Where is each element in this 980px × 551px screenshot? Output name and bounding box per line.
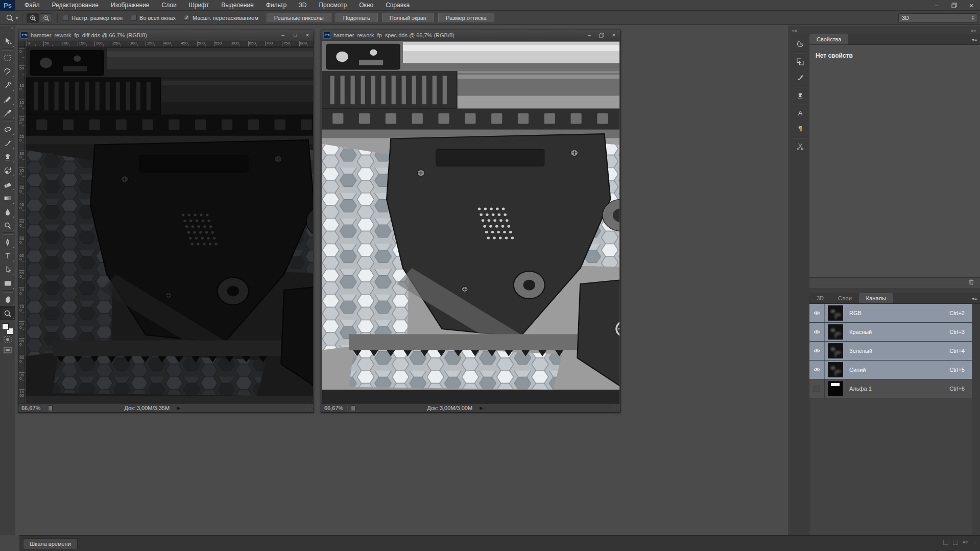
- zoom-percentage-field[interactable]: 66,67%: [21, 405, 40, 411]
- rectangle-tool[interactable]: [0, 276, 15, 290]
- menu-item[interactable]: Фильтр: [260, 0, 293, 11]
- zoom-out-button[interactable]: [40, 13, 52, 23]
- doc-close-icon[interactable]: ×: [608, 31, 620, 39]
- doc-close-icon[interactable]: ×: [301, 31, 314, 39]
- option-button[interactable]: Подогнать: [336, 13, 378, 23]
- eraser-tool[interactable]: [0, 177, 15, 191]
- trash-icon[interactable]: [968, 278, 975, 288]
- restore-icon[interactable]: [945, 0, 963, 11]
- channel-row[interactable]: RGB Ctrl+2: [809, 304, 972, 323]
- menu-item[interactable]: Просмотр: [313, 0, 353, 11]
- history-brush-tool[interactable]: [0, 163, 15, 177]
- clone-source-panel-icon[interactable]: [791, 54, 809, 69]
- menu-item[interactable]: Шрифт: [183, 0, 215, 11]
- visibility-toggle[interactable]: [809, 361, 825, 379]
- doc-restore-icon[interactable]: [595, 31, 608, 39]
- visibility-toggle[interactable]: [809, 323, 825, 341]
- expand-toolbar-icon[interactable]: »: [0, 26, 15, 32]
- zoom-tool[interactable]: [0, 306, 15, 320]
- pen-tool[interactable]: [0, 235, 15, 249]
- timeline-option-icon[interactable]: [943, 540, 948, 545]
- tab-channels[interactable]: Каналы: [859, 293, 893, 303]
- doc-minimize-icon[interactable]: –: [277, 31, 289, 39]
- lasso-tool[interactable]: [0, 64, 15, 78]
- slice-tool[interactable]: [0, 92, 15, 106]
- vertical-ruler[interactable]: 0501001502002503003504004505005506006507…: [18, 47, 25, 403]
- resize-grip[interactable]: ⋰: [973, 540, 977, 545]
- ruler-origin-corner[interactable]: [18, 41, 25, 47]
- history-panel-icon[interactable]: [791, 36, 809, 52]
- option-checkbox[interactable]: ✓Масшт. перетаскиванием: [184, 15, 258, 21]
- channel-row[interactable]: Синий Ctrl+5: [809, 361, 972, 379]
- hand-tool[interactable]: [0, 293, 15, 306]
- visibility-empty-well[interactable]: [814, 386, 820, 392]
- zoom-percentage-field[interactable]: 66,67%: [324, 405, 343, 411]
- collapse-left-icon[interactable]: ««: [792, 28, 797, 33]
- canvas-spec-texture[interactable]: [322, 41, 619, 403]
- option-button[interactable]: Реальные пикселы: [267, 13, 331, 23]
- status-menu-arrow-icon[interactable]: ▶: [480, 405, 483, 411]
- menu-item[interactable]: Выделение: [215, 0, 260, 11]
- tab-timeline[interactable]: Шкала времени: [23, 538, 78, 549]
- foreground-color-swatch[interactable]: [2, 323, 9, 330]
- blur-tool[interactable]: [0, 205, 15, 219]
- channel-row[interactable]: Красный Ctrl+3: [809, 323, 972, 342]
- panel-menu-icon[interactable]: ▾≡: [972, 37, 977, 44]
- document-titlebar[interactable]: Ps hammer_rework_fp_diff.dds @ 66,7% (RG…: [18, 30, 314, 40]
- menu-item[interactable]: 3D: [293, 0, 313, 11]
- option-checkbox[interactable]: Настр. размер окон: [63, 15, 123, 21]
- document-titlebar[interactable]: Ps hammer_rework_fp_spec.dds @ 66,7% (RG…: [321, 30, 620, 40]
- healing-brush-tool[interactable]: [0, 122, 15, 136]
- option-button[interactable]: Полный экран: [382, 13, 434, 23]
- timeline-option-icon[interactable]: [953, 540, 958, 545]
- visibility-toggle[interactable]: [809, 379, 825, 398]
- direct-selection-tool[interactable]: [0, 262, 15, 276]
- scissors-panel-icon[interactable]: [791, 138, 809, 154]
- channel-row[interactable]: Зеленый Ctrl+4: [809, 342, 972, 361]
- horizontal-ruler[interactable]: 0501001502002503003504004505005506006507…: [25, 41, 314, 47]
- menu-item[interactable]: Файл: [18, 0, 46, 11]
- quick-mask-icon[interactable]: [0, 334, 15, 345]
- channel-row[interactable]: Альфа 1 Ctrl+6: [809, 379, 972, 398]
- option-button[interactable]: Размер оттиска: [438, 13, 494, 23]
- collapse-right-icon[interactable]: »»: [971, 28, 976, 33]
- doc-maximize-icon[interactable]: □: [289, 31, 301, 39]
- paragraph-panel-icon[interactable]: ¶: [791, 121, 809, 136]
- menu-item[interactable]: Изображение: [105, 0, 156, 11]
- close-icon[interactable]: ×: [963, 0, 980, 11]
- menu-item[interactable]: Слои: [156, 0, 183, 11]
- doc-minimize-icon[interactable]: –: [583, 31, 595, 39]
- screen-mode-icon[interactable]: [0, 345, 15, 355]
- timeline-menu-icon[interactable]: ▾≡: [963, 540, 968, 545]
- canvas-diff-texture[interactable]: [26, 47, 313, 403]
- panel-menu-icon[interactable]: ▾≡: [972, 296, 977, 303]
- tab-properties[interactable]: Свойства: [809, 34, 848, 44]
- type-tool[interactable]: T: [0, 249, 15, 262]
- foreground-background-swatches[interactable]: [2, 323, 13, 334]
- character-panel-icon[interactable]: A: [791, 105, 809, 121]
- stamp-panel-icon[interactable]: [791, 87, 809, 103]
- dodge-tool[interactable]: [0, 219, 15, 232]
- workspace-selector[interactable]: 3D ▲▼: [898, 13, 978, 22]
- current-tool-zoom-icon[interactable]: ▾: [5, 13, 22, 23]
- tab-layers[interactable]: Слои: [831, 293, 859, 303]
- menu-item[interactable]: Редактирование: [46, 0, 105, 11]
- move-tool[interactable]: [0, 34, 15, 48]
- tab-3d[interactable]: 3D: [809, 293, 831, 303]
- checkbox-icon[interactable]: [63, 15, 69, 21]
- eyedropper-tool[interactable]: [0, 106, 15, 119]
- zoom-in-button[interactable]: [27, 13, 39, 23]
- checkbox-icon[interactable]: [131, 15, 137, 21]
- magic-wand-tool[interactable]: [0, 78, 15, 92]
- brush-tool[interactable]: [0, 136, 15, 150]
- menu-item[interactable]: Окно: [353, 0, 379, 11]
- resize-grip[interactable]: ⋰⋰: [304, 405, 313, 411]
- marquee-tool[interactable]: [0, 51, 15, 64]
- checkbox-icon[interactable]: ✓: [184, 15, 190, 21]
- clone-stamp-tool[interactable]: [0, 150, 15, 163]
- gradient-tool[interactable]: [0, 191, 15, 205]
- menu-item[interactable]: Справка: [379, 0, 416, 11]
- option-checkbox[interactable]: Во всех окнах: [131, 15, 176, 21]
- visibility-toggle[interactable]: [809, 304, 825, 322]
- brush-presets-panel-icon[interactable]: [791, 69, 809, 85]
